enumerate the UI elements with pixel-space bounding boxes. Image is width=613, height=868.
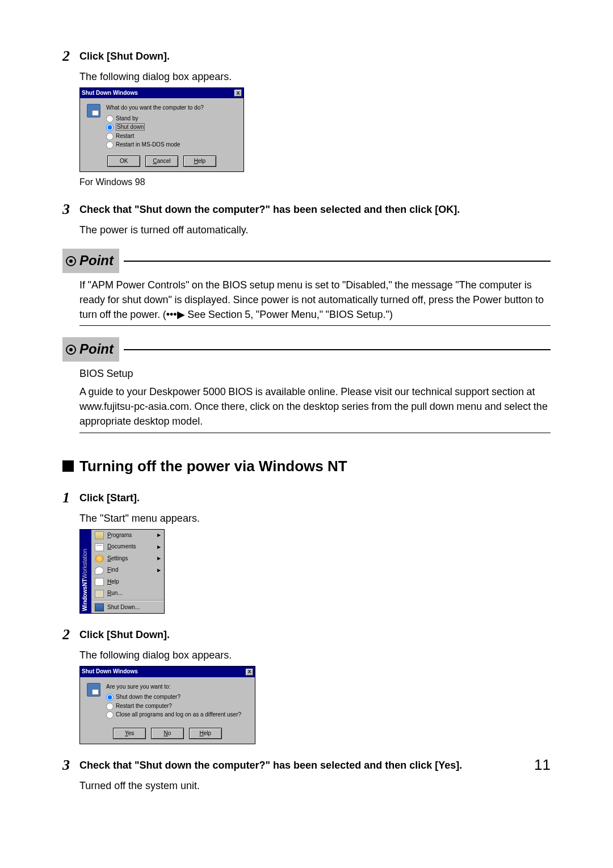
no-button[interactable]: No (151, 728, 184, 740)
menu-item-documents[interactable]: Documents▶ (91, 541, 164, 553)
shutdown-icon (87, 104, 100, 118)
close-button[interactable]: X (234, 90, 242, 97)
section-heading: Turning off the power via Windows NT (62, 456, 551, 477)
section-title: Turning off the power via Windows NT (79, 456, 347, 477)
chevron-right-icon: ▶ (157, 544, 161, 551)
dialog-titlebar: Shut Down Windows X (80, 88, 243, 99)
close-button[interactable]: X (246, 669, 253, 676)
page: 2 Click [Shut Down]. The following dialo… (62, 45, 551, 793)
help-button[interactable]: Help (189, 728, 222, 740)
step-body: The following dialog box appears. Shut D… (79, 69, 551, 189)
menu-item-help[interactable]: Help (91, 576, 164, 588)
yes-button[interactable]: Yes (113, 728, 146, 740)
radio-close-all[interactable]: Close all programs and log on as a diffe… (106, 711, 248, 719)
step-title: Click [Shut Down]. (79, 45, 170, 64)
ok-button[interactable]: OK (107, 156, 140, 167)
point-text: A guide to your Deskpower 5000 BIOS is a… (79, 384, 551, 429)
start-menu-brand: WindowsNTWorkstation (80, 530, 91, 614)
radio-shutdown-computer[interactable]: Shut down the computer? (106, 693, 248, 702)
radio-group: Shut down the computer? Restart the comp… (106, 693, 248, 719)
point-badge: Point (62, 337, 119, 362)
run-icon (95, 590, 104, 598)
start-menu: WindowsNTWorkstation Programs▶ Documents… (79, 529, 165, 614)
step-number: 3 (62, 754, 79, 776)
settings-icon (95, 555, 104, 563)
menu-item-programs[interactable]: Programs▶ (91, 530, 164, 542)
chevron-right-icon: ▶ (157, 532, 161, 539)
dialog-title: Shut Down Windows (82, 89, 138, 98)
step-number: 2 (62, 45, 79, 67)
point-block-1: Point If "APM Power Controls" on the BIO… (62, 249, 551, 326)
point-badge: Point (62, 249, 119, 273)
dialog-buttons: Yes No Help (87, 728, 248, 740)
help-button[interactable]: Help (183, 156, 216, 167)
help-icon (95, 578, 104, 586)
point-icon (66, 256, 76, 266)
step-body: Turned off the system unit. (79, 778, 551, 793)
menu-item-find[interactable]: Find▶ (91, 564, 164, 576)
step-number: 2 (62, 624, 79, 645)
step-text: Turned off the system unit. (79, 778, 551, 793)
point-subhead: BIOS Setup (79, 366, 551, 381)
find-icon (95, 567, 104, 575)
menu-item-shutdown[interactable]: Shut Down... (91, 602, 164, 614)
radio-restart[interactable]: Restart (106, 132, 237, 141)
svg-point-3 (69, 348, 73, 351)
square-bullet-icon (62, 460, 74, 472)
shutdown-icon (87, 683, 100, 697)
step-text: The power is turned off automatically. (79, 223, 551, 237)
shutdown-dialog-nt: Shut Down Windows X Are you sure you wan… (79, 666, 255, 744)
step-body: The following dialog box appears. Shut D… (79, 648, 551, 744)
radio-standby[interactable]: Stand by (106, 115, 237, 123)
radio-shutdown[interactable]: Shut down (106, 123, 237, 132)
step-text: The following dialog box appears. (79, 69, 551, 84)
step-1-nt: 1 Click [Start]. (62, 487, 551, 509)
cancel-button[interactable]: Cancel (145, 156, 178, 167)
dialog-title: Shut Down Windows (82, 668, 138, 676)
point-icon (66, 345, 76, 355)
chevron-right-icon: ▶ (157, 555, 161, 562)
programs-icon (95, 531, 104, 539)
step-text: The "Start" menu appears. (79, 511, 551, 526)
step-body: The "Start" menu appears. WindowsNTWorks… (79, 511, 551, 614)
dialog-question: Are you sure you want to: (106, 683, 248, 691)
step-2-w98: 2 Click [Shut Down]. (62, 45, 551, 67)
dialog-question: What do you want the computer to do? (106, 104, 237, 112)
step-number: 3 (62, 199, 79, 220)
step-2-nt: 2 Click [Shut Down]. (62, 624, 551, 645)
radio-group: Stand by Shut down Restart Restart in MS… (106, 115, 237, 149)
point-text: If "APM Power Controls" on the BIOS setu… (79, 278, 551, 322)
step-number: 1 (62, 487, 79, 509)
menu-item-settings[interactable]: Settings▶ (91, 553, 164, 565)
documents-icon (95, 543, 104, 551)
step-body: The power is turned off automatically. (79, 223, 551, 237)
figure-caption: For Windows 98 (79, 175, 551, 188)
step-title: Click [Start]. (79, 487, 140, 505)
step-title: Check that "Shut down the computer?" has… (79, 199, 460, 217)
shutdown-icon (95, 603, 104, 611)
radio-msdos[interactable]: Restart in MS-DOS mode (106, 141, 237, 149)
shutdown-dialog-win98: Shut Down Windows X What do you want the… (79, 87, 244, 173)
step-title: Click [Shut Down]. (79, 624, 170, 642)
svg-point-1 (69, 259, 73, 263)
menu-item-run[interactable]: Run... (91, 588, 164, 599)
step-3-w98: 3 Check that "Shut down the computer?" h… (62, 199, 551, 220)
step-3-nt: 3 Check that "Shut down the computer?" h… (62, 754, 551, 776)
page-number: 11 (534, 754, 551, 776)
radio-restart-computer[interactable]: Restart the computer? (106, 702, 248, 711)
dialog-buttons: OK Cancel Help (87, 156, 237, 167)
point-block-2: Point BIOS Setup A guide to your Deskpow… (62, 337, 551, 433)
chevron-right-icon: ▶ (157, 567, 161, 574)
dialog-titlebar: Shut Down Windows X (80, 666, 255, 677)
step-text: The following dialog box appears. (79, 648, 551, 662)
step-title: Check that "Shut down the computer?" has… (79, 754, 462, 773)
